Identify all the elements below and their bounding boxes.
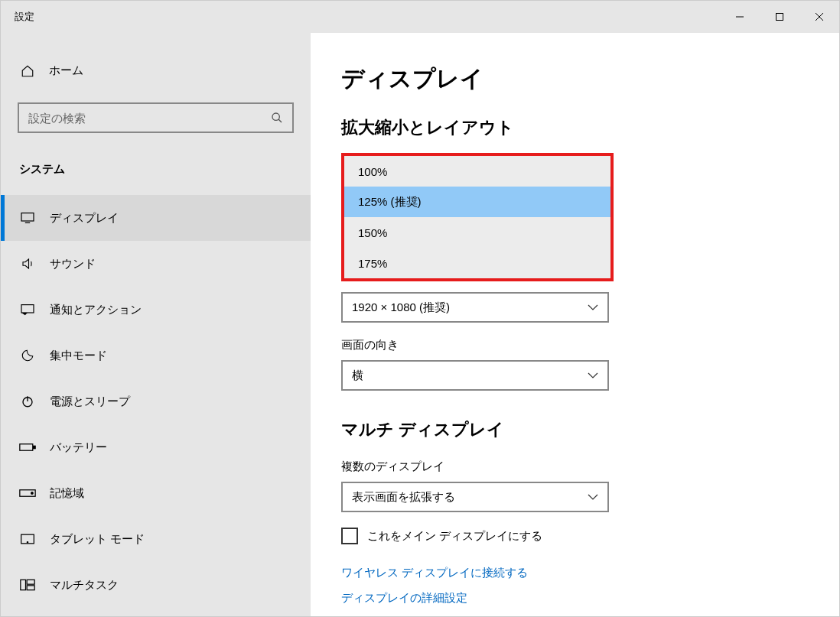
sidebar-item-label: マルチタスク xyxy=(50,578,119,593)
moon-icon xyxy=(19,349,36,362)
maximize-button[interactable] xyxy=(760,1,799,33)
sidebar-item-tablet[interactable]: タブレット モード xyxy=(1,516,311,562)
orientation-value: 横 xyxy=(352,369,363,383)
resolution-select[interactable]: 1920 × 1080 (推奨) xyxy=(341,292,609,323)
home-label: ホーム xyxy=(49,63,83,78)
multi-display-value: 表示画面を拡張する xyxy=(352,490,455,505)
svg-rect-17 xyxy=(21,580,26,589)
sidebar-item-label: 集中モード xyxy=(50,349,107,363)
svg-line-5 xyxy=(278,119,282,122)
sidebar-item-label: 電源とスリープ xyxy=(50,395,130,409)
notification-icon xyxy=(19,304,36,316)
checkbox-icon[interactable] xyxy=(341,528,358,544)
multitask-icon xyxy=(19,579,36,591)
advanced-display-link[interactable]: ディスプレイの詳細設定 xyxy=(341,591,809,606)
chevron-down-icon xyxy=(588,494,598,500)
sidebar-item-label: バッテリー xyxy=(50,440,107,455)
multi-display-title: マルチ ディスプレイ xyxy=(341,418,809,441)
scale-section-title: 拡大縮小とレイアウト xyxy=(341,116,809,139)
search-input[interactable] xyxy=(28,112,271,125)
display-icon xyxy=(19,212,36,224)
svg-rect-6 xyxy=(21,213,34,221)
sidebar-item-battery[interactable]: バッテリー xyxy=(1,424,311,470)
minimize-button[interactable] xyxy=(720,1,760,33)
multi-display-label: 複数のディスプレイ xyxy=(341,460,809,474)
battery-icon xyxy=(19,442,36,453)
sidebar-item-label: サウンド xyxy=(50,257,96,271)
sidebar-item-sound[interactable]: サウンド xyxy=(1,241,311,287)
svg-rect-19 xyxy=(27,586,34,590)
chevron-down-icon xyxy=(588,372,598,378)
svg-rect-11 xyxy=(20,444,33,450)
sidebar-item-label: 記憶域 xyxy=(50,486,84,501)
category-label: システム xyxy=(1,141,311,184)
search-icon xyxy=(271,112,283,124)
sidebar-item-focus[interactable]: 集中モード xyxy=(1,333,311,378)
sidebar-item-notifications[interactable]: 通知とアクション xyxy=(1,287,311,333)
sidebar-item-label: タブレット モード xyxy=(50,532,145,547)
orientation-label: 画面の向き xyxy=(341,338,809,352)
main-content: ディスプレイ 拡大縮小とレイアウト 100% 125% (推奨) 150% 17… xyxy=(311,33,839,616)
wireless-display-link[interactable]: ワイヤレス ディスプレイに接続する xyxy=(341,566,809,580)
svg-point-16 xyxy=(27,542,28,543)
search-box[interactable] xyxy=(18,102,294,133)
orientation-select[interactable]: 横 xyxy=(341,360,609,391)
page-title: ディスプレイ xyxy=(341,63,809,95)
scale-option-100[interactable]: 100% xyxy=(344,156,610,187)
checkbox-label: これをメイン ディスプレイにする xyxy=(367,529,542,544)
sidebar-item-display[interactable]: ディスプレイ xyxy=(1,195,311,241)
svg-point-14 xyxy=(31,492,34,495)
sidebar-item-label: ディスプレイ xyxy=(50,211,119,226)
resolution-value: 1920 × 1080 (推奨) xyxy=(352,300,450,315)
svg-rect-8 xyxy=(21,305,34,313)
scale-option-150[interactable]: 150% xyxy=(344,217,610,248)
sidebar-item-label: 通知とアクション xyxy=(50,303,142,317)
home-button[interactable]: ホーム xyxy=(1,56,311,86)
chevron-down-icon xyxy=(588,304,598,310)
close-button[interactable] xyxy=(799,1,839,33)
nav-list: ディスプレイ サウンド 通知とアクション 集中モード 電源とスリープ バッテリー xyxy=(1,195,311,608)
multi-display-select[interactable]: 表示画面を拡張する xyxy=(341,482,609,512)
sidebar-item-power[interactable]: 電源とスリープ xyxy=(1,378,311,424)
sidebar-item-storage[interactable]: 記憶域 xyxy=(1,470,311,516)
sound-icon xyxy=(19,257,36,271)
svg-rect-12 xyxy=(34,446,36,448)
sidebar: ホーム システム ディスプレイ サウンド 通知とアクション 集中モード xyxy=(1,33,311,616)
titlebar: 設定 xyxy=(1,1,839,33)
window-title: 設定 xyxy=(1,10,34,24)
scale-option-125[interactable]: 125% (推奨) xyxy=(344,187,610,217)
main-display-checkbox-row[interactable]: これをメイン ディスプレイにする xyxy=(341,528,809,544)
sidebar-item-multitask[interactable]: マルチタスク xyxy=(1,562,311,608)
scale-option-175[interactable]: 175% xyxy=(344,248,610,278)
home-icon xyxy=(20,64,35,78)
power-icon xyxy=(19,395,36,408)
svg-rect-1 xyxy=(777,14,783,21)
storage-icon xyxy=(19,489,36,498)
scale-dropdown-open[interactable]: 100% 125% (推奨) 150% 175% xyxy=(341,153,614,281)
tablet-icon xyxy=(19,533,36,545)
svg-point-4 xyxy=(272,113,279,120)
svg-rect-18 xyxy=(27,580,34,584)
